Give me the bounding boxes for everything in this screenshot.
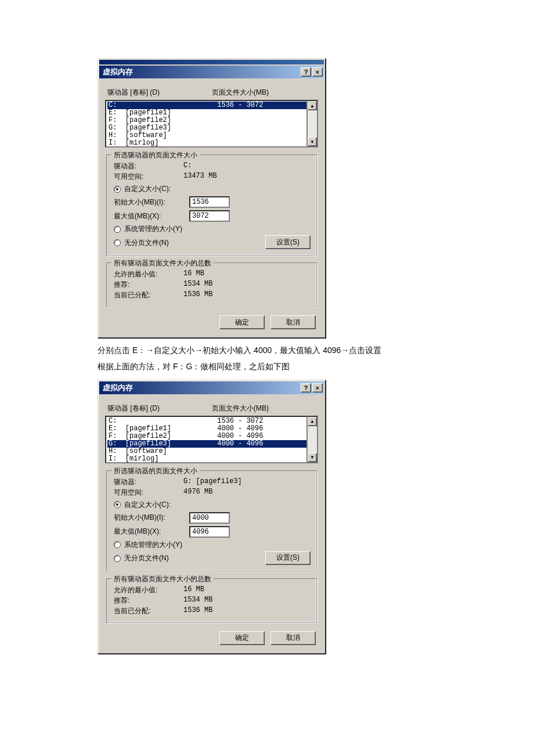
drive-list-item[interactable]: I: [mirlog] bbox=[107, 455, 306, 463]
min-value: 16 MB bbox=[183, 585, 204, 595]
drive-label: 驱动器: bbox=[114, 161, 183, 171]
space-label: 可用空间: bbox=[114, 172, 183, 182]
drive-value: C: bbox=[183, 161, 192, 171]
scroll-up-icon[interactable]: ▲ bbox=[308, 417, 317, 426]
max-size-input[interactable]: 4096 bbox=[189, 526, 230, 538]
header-drive: 驱动器 [卷标] (D) bbox=[107, 404, 212, 413]
radio-label: 无分页文件(N) bbox=[124, 553, 169, 563]
rec-label: 推荐: bbox=[114, 280, 183, 290]
space-label: 可用空间: bbox=[114, 488, 183, 498]
max-size-label: 最大值(MB)(X): bbox=[114, 527, 189, 537]
rec-label: 推荐: bbox=[114, 596, 183, 606]
drive-list[interactable]: C: 1536 - 3072E: [pagefile1] 4000 - 4096… bbox=[105, 416, 308, 463]
min-value: 16 MB bbox=[183, 269, 204, 279]
radio-label: 自定义大小(C): bbox=[124, 184, 171, 194]
group-legend: 所选驱动器的页面文件大小 bbox=[111, 466, 200, 476]
ok-button[interactable]: 确定 bbox=[219, 315, 265, 329]
radio-icon bbox=[114, 555, 121, 562]
radio-system-managed[interactable]: 系统管理的大小(Y) bbox=[114, 540, 311, 550]
scroll-down-icon[interactable]: ▼ bbox=[308, 453, 317, 462]
set-button[interactable]: 设置(S) bbox=[265, 235, 311, 249]
group-legend: 所有驱动器页面文件大小的总数 bbox=[111, 574, 214, 584]
radio-label: 无分页文件(N) bbox=[124, 238, 169, 248]
drive-list-item[interactable]: H: [software] bbox=[107, 448, 306, 455]
radio-no-paging-file[interactable]: 无分页文件(N) bbox=[114, 553, 265, 563]
virtual-memory-dialog-1: 虚拟内存 ? × 驱动器 [卷标] (D) 页面文件大小(MB) C: 1536… bbox=[98, 58, 326, 338]
totals-group: 所有驱动器页面文件大小的总数 允许的最小值:16 MB 推荐:1534 MB 当… bbox=[106, 262, 317, 307]
cur-value: 1536 MB bbox=[183, 290, 212, 300]
scrollbar[interactable]: ▲ ▼ bbox=[308, 416, 318, 463]
initial-size-label: 初始大小(MB)(I): bbox=[114, 197, 189, 207]
instruction-paragraph-2: 根据上面的方法，对 F：G：做相同处理，之后如下图 bbox=[98, 360, 388, 374]
radio-no-paging-file[interactable]: 无分页文件(N) bbox=[114, 238, 265, 248]
help-icon[interactable]: ? bbox=[301, 67, 311, 77]
ok-button[interactable]: 确定 bbox=[219, 631, 265, 645]
space-value: 13473 MB bbox=[183, 172, 217, 182]
radio-icon bbox=[114, 186, 121, 193]
initial-size-label: 初始大小(MB)(I): bbox=[114, 513, 189, 523]
header-pagefile: 页面文件大小(MB) bbox=[212, 88, 269, 98]
scrollbar[interactable]: ▲ ▼ bbox=[308, 100, 318, 147]
selected-drive-group: 所选驱动器的页面文件大小 驱动器:G: [pagefile3] 可用空间:497… bbox=[106, 470, 317, 571]
rec-value: 1534 MB bbox=[183, 596, 212, 606]
min-label: 允许的最小值: bbox=[114, 585, 183, 595]
header-drive: 驱动器 [卷标] (D) bbox=[107, 88, 212, 98]
drive-list[interactable]: C: 1536 - 3072E: [pagefile1] F: [pagefil… bbox=[105, 100, 308, 147]
radio-icon bbox=[114, 226, 121, 233]
radio-icon bbox=[114, 501, 121, 508]
max-size-input[interactable]: 3072 bbox=[189, 210, 230, 222]
help-icon[interactable]: ? bbox=[301, 383, 311, 393]
drive-value: G: [pagefile3] bbox=[183, 477, 242, 487]
drive-list-item[interactable]: E: [pagefile1] 4000 - 4096 bbox=[107, 425, 306, 433]
cur-label: 当前已分配: bbox=[114, 290, 183, 300]
radio-custom-size[interactable]: 自定义大小(C): bbox=[114, 500, 311, 510]
radio-icon bbox=[114, 541, 121, 548]
scroll-up-icon[interactable]: ▲ bbox=[308, 101, 317, 110]
titlebar: 虚拟内存 ? × bbox=[99, 66, 324, 78]
header-pagefile: 页面文件大小(MB) bbox=[212, 404, 269, 413]
radio-label: 系统管理的大小(Y) bbox=[124, 224, 182, 234]
radio-system-managed[interactable]: 系统管理的大小(Y) bbox=[114, 224, 311, 234]
scroll-down-icon[interactable]: ▼ bbox=[308, 137, 317, 146]
radio-icon bbox=[114, 239, 121, 246]
rec-value: 1534 MB bbox=[183, 280, 212, 290]
drive-label: 驱动器: bbox=[114, 477, 183, 487]
min-label: 允许的最小值: bbox=[114, 269, 183, 279]
selected-drive-group: 所选驱动器的页面文件大小 驱动器:C: 可用空间:13473 MB 自定义大小(… bbox=[106, 154, 317, 255]
radio-label: 自定义大小(C): bbox=[124, 500, 171, 510]
virtual-memory-dialog-2: 虚拟内存 ? × 驱动器 [卷标] (D) 页面文件大小(MB) C: 1536… bbox=[98, 380, 326, 654]
list-headers: 驱动器 [卷标] (D) 页面文件大小(MB) bbox=[107, 88, 318, 98]
cur-label: 当前已分配: bbox=[114, 606, 183, 616]
titlebar: 虚拟内存 ? × bbox=[99, 381, 324, 394]
initial-size-input[interactable]: 1536 bbox=[189, 196, 230, 208]
radio-custom-size[interactable]: 自定义大小(C): bbox=[114, 184, 311, 194]
list-headers: 驱动器 [卷标] (D) 页面文件大小(MB) bbox=[107, 404, 318, 413]
initial-size-input[interactable]: 4000 bbox=[189, 512, 230, 524]
cancel-button[interactable]: 取消 bbox=[270, 315, 316, 329]
group-legend: 所选驱动器的页面文件大小 bbox=[111, 150, 200, 160]
drive-list-item[interactable]: F: [pagefile2] 4000 - 4096 bbox=[107, 433, 306, 440]
drive-list-item[interactable]: I: [mirlog] bbox=[107, 139, 306, 147]
instruction-paragraph-1: 分别点击 E：→自定义大小→初始大小输入 4000，最大值输入 4096→点击设… bbox=[98, 344, 388, 358]
set-button[interactable]: 设置(S) bbox=[265, 551, 311, 565]
drive-list-item[interactable]: G: [pagefile3] 4000 - 4096 bbox=[107, 440, 306, 448]
close-icon[interactable]: × bbox=[312, 67, 323, 77]
space-value: 4976 MB bbox=[183, 488, 212, 498]
dialog-title: 虚拟内存 bbox=[103, 383, 300, 393]
group-legend: 所有驱动器页面文件大小的总数 bbox=[111, 258, 214, 268]
max-size-label: 最大值(MB)(X): bbox=[114, 211, 189, 221]
close-icon[interactable]: × bbox=[312, 383, 323, 393]
cur-value: 1536 MB bbox=[183, 606, 212, 616]
dialog-title: 虚拟内存 bbox=[103, 67, 300, 77]
radio-label: 系统管理的大小(Y) bbox=[124, 540, 182, 550]
totals-group: 所有驱动器页面文件大小的总数 允许的最小值:16 MB 推荐:1534 MB 当… bbox=[106, 578, 317, 623]
drive-list-item[interactable]: C: 1536 - 3072 bbox=[107, 417, 306, 425]
cancel-button[interactable]: 取消 bbox=[270, 631, 316, 645]
